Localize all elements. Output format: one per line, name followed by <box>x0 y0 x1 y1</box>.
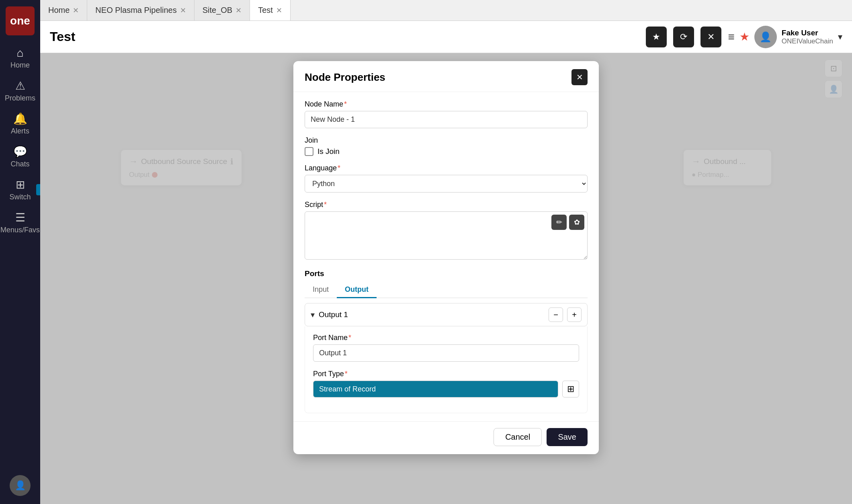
switch-indicator <box>36 184 40 195</box>
canvas-area: → Outbound Source Source ℹ Output → Outb… <box>40 53 852 504</box>
sidebar-item-chats-label: Chats <box>10 160 29 168</box>
sidebar-item-problems[interactable]: ⚠ Problems <box>0 74 40 107</box>
sidebar-user-avatar[interactable]: 👤 <box>10 475 31 496</box>
page-title: Test <box>50 29 639 44</box>
tab-test-label: Test <box>258 6 273 15</box>
port-grid-button[interactable]: ⊞ <box>562 381 579 397</box>
sidebar-item-menus[interactable]: ☰ Menus/Favs <box>0 206 40 239</box>
sidebar-bottom: 👤 <box>10 475 31 504</box>
port-add-button[interactable]: + <box>567 307 582 322</box>
cancel-button[interactable]: Cancel <box>494 428 542 446</box>
sidebar-item-chats[interactable]: 💬 Chats <box>0 140 40 173</box>
problems-icon: ⚠ <box>15 79 25 92</box>
modal-header: Node Properties ✕ <box>293 61 599 92</box>
sidebar-item-alerts-label: Alerts <box>11 127 29 135</box>
sidebar-item-problems-label: Problems <box>5 94 35 102</box>
script-textarea[interactable] <box>305 211 588 260</box>
tab-site-ob-close[interactable]: ✕ <box>236 6 242 15</box>
port-details: Port Name* Port Type* Stream <box>305 326 588 413</box>
tab-input[interactable]: Input <box>305 282 337 298</box>
modal-title: Node Properties <box>305 71 385 84</box>
menu-button[interactable]: ≡ <box>728 31 734 43</box>
port-type-row: Stream of Record Single Record Batch ⊞ <box>313 381 579 397</box>
header-right: ≡ ★ 👤 Fake User ONEIValueChain ▾ <box>728 26 842 48</box>
close-button[interactable]: ✕ <box>700 27 721 47</box>
app-logo[interactable]: one <box>6 6 35 35</box>
tab-test[interactable]: Test ✕ <box>250 0 291 20</box>
tabbar: Home ✕ NEO Plasma Pipelines ✕ Site_OB ✕ … <box>40 0 852 21</box>
sidebar-item-switch[interactable]: ⊞ Switch <box>0 173 40 206</box>
node-name-label: Node Name* <box>305 100 588 109</box>
node-name-required: * <box>344 100 347 108</box>
menus-icon: ☰ <box>15 211 25 224</box>
sidebar-item-alerts[interactable]: 🔔 Alerts <box>0 107 40 140</box>
sidebar-item-menus-label: Menus/Favs <box>0 226 40 234</box>
page-header: Test ★ ⟳ ✕ ≡ ★ 👤 Fake User ONEIValueChai… <box>40 21 852 53</box>
script-label: Script* <box>305 201 588 209</box>
script-group: Script* ✏ ✿ <box>305 201 588 261</box>
notification-star-icon: ★ <box>739 31 750 43</box>
chats-icon: 💬 <box>13 145 27 158</box>
sidebar-item-switch-label: Switch <box>9 193 31 201</box>
tab-neo-close[interactable]: ✕ <box>180 6 186 15</box>
tab-site-ob[interactable]: Site_OB ✕ <box>195 0 250 20</box>
language-group: Language* Python JavaScript Java C# <box>305 164 588 193</box>
node-properties-modal: Node Properties ✕ Node Name* Join <box>293 61 599 454</box>
port-row-name: Output 1 <box>319 310 545 319</box>
ports-label: Ports <box>305 269 588 278</box>
modal-close-button[interactable]: ✕ <box>571 69 588 85</box>
notification-badge: ★ <box>739 30 750 43</box>
port-name-input[interactable] <box>313 344 579 362</box>
star-button[interactable]: ★ <box>646 27 667 47</box>
script-area: ✏ ✿ <box>305 211 588 261</box>
modal-overlay: Node Properties ✕ Node Name* Join <box>40 53 852 504</box>
node-name-group: Node Name* <box>305 100 588 128</box>
node-name-input[interactable] <box>305 111 588 128</box>
tab-neo-label: NEO Plasma Pipelines <box>95 6 176 15</box>
switch-icon: ⊞ <box>16 178 25 191</box>
port-type-group: Port Type* Stream of Record Single Recor… <box>313 370 579 397</box>
user-name: Fake User <box>782 29 833 37</box>
user-org: ONEIValueChain <box>782 37 833 45</box>
port-row: ▾ Output 1 − + <box>305 303 588 326</box>
port-chevron-icon[interactable]: ▾ <box>311 310 315 320</box>
is-join-label: Is Join <box>317 147 340 156</box>
sidebar-item-home[interactable]: ⌂ Home <box>0 42 40 74</box>
ports-section: Ports Input Output ▾ Output 1 − + <box>305 269 588 413</box>
refresh-button[interactable]: ⟳ <box>673 27 694 47</box>
home-icon: ⌂ <box>17 47 24 59</box>
join-group: Join Is Join <box>305 136 588 156</box>
ports-tabs: Input Output <box>305 282 588 298</box>
tab-home[interactable]: Home ✕ <box>40 0 87 20</box>
is-join-row: Is Join <box>305 147 588 156</box>
port-name-label: Port Name* <box>313 334 579 342</box>
modal-body: Node Name* Join Is Join <box>293 92 599 421</box>
port-remove-button[interactable]: − <box>549 307 563 322</box>
port-type-select[interactable]: Stream of Record Single Record Batch <box>313 381 558 397</box>
tab-output[interactable]: Output <box>337 282 377 298</box>
sidebar: one ⌂ Home ⚠ Problems 🔔 Alerts 💬 Chats ⊞… <box>0 0 40 504</box>
script-magic-button[interactable]: ✿ <box>569 215 584 230</box>
user-avatar: 👤 <box>754 26 777 48</box>
save-button[interactable]: Save <box>547 428 588 446</box>
sidebar-item-home-label: Home <box>10 61 30 70</box>
tab-home-label: Home <box>48 6 70 15</box>
language-label: Language* <box>305 164 588 172</box>
script-edit-button[interactable]: ✏ <box>551 215 567 230</box>
user-dropdown-button[interactable]: ▾ <box>838 32 842 42</box>
port-name-group: Port Name* <box>313 334 579 362</box>
is-join-checkbox[interactable] <box>305 147 313 156</box>
language-select[interactable]: Python JavaScript Java C# <box>305 175 588 193</box>
alerts-icon: 🔔 <box>13 112 27 125</box>
logo-text: one <box>10 14 30 27</box>
main-area: Home ✕ NEO Plasma Pipelines ✕ Site_OB ✕ … <box>40 0 852 504</box>
join-label: Join <box>305 136 588 145</box>
tab-neo[interactable]: NEO Plasma Pipelines ✕ <box>87 0 194 20</box>
tab-test-close[interactable]: ✕ <box>276 6 282 15</box>
port-type-label: Port Type* <box>313 370 579 378</box>
tab-home-close[interactable]: ✕ <box>73 6 79 15</box>
modal-footer: Cancel Save <box>293 421 599 454</box>
tab-site-ob-label: Site_OB <box>203 6 232 15</box>
script-buttons: ✏ ✿ <box>551 215 584 230</box>
user-info: Fake User ONEIValueChain <box>782 29 833 45</box>
